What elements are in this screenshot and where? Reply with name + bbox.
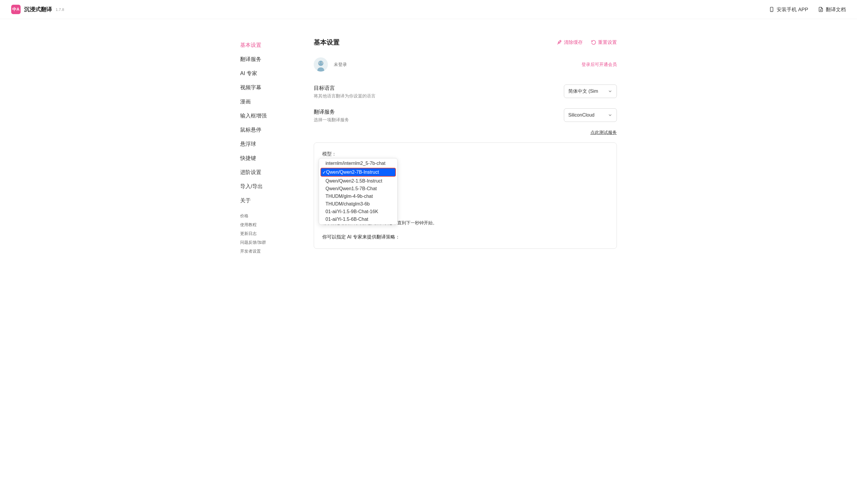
nav-manga[interactable]: 漫画 (240, 95, 311, 108)
header-right: 安装手机 APP 翻译文档 (769, 6, 846, 13)
user-row: 未登录 登录后可开通会员 (314, 57, 617, 71)
model-dropdown: internlm/internlm2_5-7b-chat Qwen/Qwen2-… (319, 158, 398, 224)
translation-service-label: 翻译服务 (314, 108, 564, 115)
main-container: 基本设置 翻译服务 AI 专家 视频字幕 漫画 输入框增强 鼠标悬停 悬浮球 快… (240, 19, 617, 256)
nav-mouse-hover[interactable]: 鼠标悬停 (240, 123, 311, 137)
nav-pricing[interactable]: 价格 (240, 212, 311, 220)
target-language-select[interactable]: 简体中文 (Sim (564, 84, 617, 98)
clear-cache-button[interactable]: 清除缓存 (557, 39, 583, 46)
content-area: 基本设置 清除缓存 重置设置 未登录 登录后可开通会员 (314, 31, 617, 256)
translation-service-desc: 选择一项翻译服务 (314, 117, 564, 123)
nav-basic-settings[interactable]: 基本设置 (240, 38, 311, 52)
content-actions: 清除缓存 重置设置 (557, 39, 617, 46)
chevron-down-icon (608, 89, 612, 94)
chevron-down-icon (608, 113, 612, 117)
expert-hint: 你可以指定 AI 专家来提供翻译策略： (322, 234, 608, 240)
target-language-row: 目标语言 将其他语言翻译为你设置的语言 简体中文 (Sim (314, 84, 617, 99)
translate-doc-label: 翻译文档 (826, 6, 846, 13)
nav-video-subtitle[interactable]: 视频字幕 (240, 80, 311, 95)
user-status: 未登录 (334, 62, 347, 67)
avatar-icon (314, 57, 328, 71)
avatar[interactable] (314, 57, 328, 71)
translation-service-value: SiliconCloud (568, 113, 594, 118)
refresh-icon (591, 40, 596, 45)
model-option[interactable]: THUDM/chatglm3-6b (319, 200, 397, 208)
nav-tutorial[interactable]: 使用教程 (240, 220, 311, 229)
app-version: 1.7.8 (56, 7, 64, 12)
model-option[interactable]: Qwen/Qwen1.5-7B-Chat (319, 185, 397, 192)
svg-point-5 (318, 61, 323, 66)
nav-developer[interactable]: 开发者设置 (240, 247, 311, 256)
test-service-link[interactable]: 点此测试服务 (314, 130, 617, 135)
svg-point-7 (319, 63, 320, 63)
nav-float-ball[interactable]: 悬浮球 (240, 137, 311, 151)
model-option[interactable]: THUDM/glm-4-9b-chat (319, 192, 397, 200)
nav-shortcuts[interactable]: 快捷键 (240, 151, 311, 165)
login-hint-link[interactable]: 登录后可开通会员 (582, 62, 617, 67)
app-name: 沉浸式翻译 (24, 5, 52, 13)
phone-icon (769, 7, 774, 12)
app-logo: 中A (11, 5, 21, 14)
model-label: 模型： (322, 151, 608, 157)
nav-input-enhance[interactable]: 输入框增强 (240, 108, 311, 123)
nav-ai-expert[interactable]: AI 专家 (240, 66, 311, 80)
model-option[interactable]: Qwen/Qwen2-1.5B-Instruct (319, 177, 397, 185)
content-header: 基本设置 清除缓存 重置设置 (314, 38, 617, 47)
svg-point-9 (322, 63, 322, 63)
user-left: 未登录 (314, 57, 347, 71)
header-bar: 中A 沉浸式翻译 1.7.8 安装手机 APP 翻译文档 (0, 0, 857, 19)
target-language-desc: 将其他语言翻译为你设置的语言 (314, 93, 564, 99)
config-box: 模型： internlm/internlm2_5-7b-chat Qwen/Qw… (314, 142, 617, 249)
translation-service-row: 翻译服务 选择一项翻译服务 SiliconCloud (314, 108, 617, 123)
nav-feedback[interactable]: 问题反馈/加群 (240, 238, 311, 247)
reset-settings-label: 重置设置 (598, 39, 617, 46)
model-option[interactable]: 01-ai/Yi-1.5-9B-Chat-16K (319, 208, 397, 216)
sidebar: 基本设置 翻译服务 AI 专家 视频字幕 漫画 输入框增强 鼠标悬停 悬浮球 快… (240, 31, 314, 256)
nav-small-group: 价格 使用教程 更新日志 问题反馈/加群 开发者设置 (240, 212, 311, 256)
clear-cache-label: 清除缓存 (564, 39, 583, 46)
install-app-label: 安装手机 APP (777, 6, 808, 13)
nav-import-export[interactable]: 导入/导出 (240, 179, 311, 194)
nav-about[interactable]: 关于 (240, 194, 311, 207)
document-icon (818, 7, 823, 12)
translate-doc-link[interactable]: 翻译文档 (818, 6, 846, 13)
target-language-info: 目标语言 将其他语言翻译为你设置的语言 (314, 84, 564, 99)
model-option[interactable]: 01-ai/Yi-1.5-6B-Chat (319, 216, 397, 223)
broom-icon (557, 40, 562, 45)
target-language-value: 简体中文 (Sim (568, 88, 598, 95)
nav-changelog[interactable]: 更新日志 (240, 229, 311, 238)
reset-settings-button[interactable]: 重置设置 (591, 39, 617, 46)
translation-service-select[interactable]: SiliconCloud (564, 108, 617, 122)
model-option[interactable]: internlm/internlm2_5-7b-chat (319, 159, 397, 167)
model-option-selected[interactable]: Qwen/Qwen2-7B-Instruct (320, 168, 396, 177)
nav-advanced[interactable]: 进阶设置 (240, 165, 311, 179)
translation-service-info: 翻译服务 选择一项翻译服务 (314, 108, 564, 123)
install-app-link[interactable]: 安装手机 APP (769, 6, 808, 13)
target-language-label: 目标语言 (314, 84, 564, 91)
header-left: 中A 沉浸式翻译 1.7.8 (11, 5, 64, 14)
page-title: 基本设置 (314, 38, 340, 47)
nav-translation-service[interactable]: 翻译服务 (240, 52, 311, 66)
